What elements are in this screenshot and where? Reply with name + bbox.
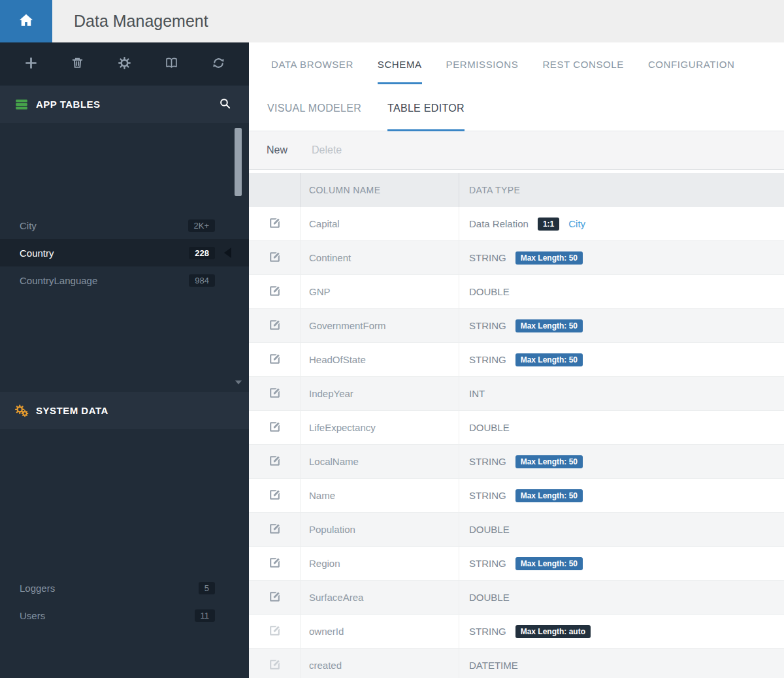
column-name-cell: GovernmentForm xyxy=(301,309,459,342)
table-row: ownerIdSTRINGMax Length: auto xyxy=(249,615,784,649)
sidebar-item-loggers[interactable]: Loggers5 xyxy=(0,574,249,602)
home-icon xyxy=(18,12,35,31)
edit-column-button[interactable] xyxy=(265,385,284,403)
column-name-cell: Population xyxy=(301,513,459,546)
system-data-list: Loggers5Users11 xyxy=(0,429,249,678)
table-row: ContinentSTRINGMax Length: 50 xyxy=(249,241,784,275)
data-type-label: STRING xyxy=(469,626,506,637)
tab-data-browser[interactable]: DATA BROWSER xyxy=(271,42,353,86)
settings-button[interactable] xyxy=(114,53,136,75)
edit-column-button[interactable] xyxy=(265,487,284,505)
edit-icon xyxy=(268,420,282,436)
tab-configuration[interactable]: CONFIGURATION xyxy=(648,42,735,86)
tab-schema[interactable]: SCHEMA xyxy=(378,42,422,86)
app-tables-list: City2K+Country228CountryLanguage984 xyxy=(0,123,249,392)
edit-column-button[interactable] xyxy=(265,589,284,607)
edit-column-button xyxy=(265,622,284,641)
data-type-label: STRING xyxy=(469,490,506,501)
search-button[interactable] xyxy=(215,95,235,114)
edit-column-button[interactable] xyxy=(265,453,284,471)
data-type-label: STRING xyxy=(469,558,506,569)
trash-icon xyxy=(71,56,84,72)
record-count-badge: 984 xyxy=(189,274,215,287)
related-table-link[interactable]: City xyxy=(568,218,585,229)
docs-button[interactable] xyxy=(160,53,182,75)
max-length-badge: Max Length: 50 xyxy=(515,455,583,468)
data-type-cell: STRINGMax Length: 50 xyxy=(459,547,784,580)
data-type-label: DOUBLE xyxy=(469,592,510,603)
edit-column-button[interactable] xyxy=(265,249,284,267)
column-name-cell: GNP xyxy=(301,275,459,308)
table-editor-toolbar: New Delete xyxy=(249,131,784,170)
app-tables-header: APP TABLES xyxy=(0,86,249,123)
system-data-label: SYSTEM DATA xyxy=(36,405,108,416)
data-type-label: STRING xyxy=(469,354,506,365)
home-button[interactable] xyxy=(0,0,52,42)
schema-table-header: COLUMN NAME DATA TYPE xyxy=(249,173,784,207)
subtab-visual-modeler[interactable]: VISUAL MODELER xyxy=(267,86,361,131)
data-type-cell: STRINGMax Length: 50 xyxy=(459,343,784,376)
tab-rest-console[interactable]: REST CONSOLE xyxy=(542,42,623,86)
gear-icon xyxy=(118,56,131,72)
edit-column-button[interactable] xyxy=(265,317,284,335)
relation-cardinality-badge: 1:1 xyxy=(538,218,559,231)
max-length-badge: Max Length: 50 xyxy=(515,557,583,570)
delete-table-button[interactable] xyxy=(67,53,89,75)
edit-cell xyxy=(249,309,301,342)
record-count-badge: 2K+ xyxy=(188,219,216,232)
data-type-header: DATA TYPE xyxy=(459,173,784,207)
data-type-label: INT xyxy=(469,388,485,399)
edit-icon xyxy=(268,590,282,605)
schema-sub-tabs: VISUAL MODELERTABLE EDITOR xyxy=(249,86,784,131)
max-length-badge: Max Length: 50 xyxy=(515,489,583,502)
add-button[interactable] xyxy=(20,53,42,75)
data-type-cell: DOUBLE xyxy=(459,513,784,546)
page-title: Data Management xyxy=(74,12,208,31)
data-type-label: STRING xyxy=(469,252,506,263)
sidebar-item-country[interactable]: Country228 xyxy=(0,239,249,266)
sidebar-item-city[interactable]: City2K+ xyxy=(0,212,249,239)
column-name-cell: created xyxy=(301,649,459,678)
edit-cell xyxy=(249,445,301,478)
refresh-button[interactable] xyxy=(207,53,229,75)
table-row: GNPDOUBLE xyxy=(249,275,784,309)
record-count-badge: 228 xyxy=(189,247,215,259)
data-type-label: Data Relation xyxy=(469,218,529,229)
edit-cell xyxy=(249,581,301,614)
table-row: IndepYearINT xyxy=(249,377,784,411)
max-length-badge: Max Length: auto xyxy=(515,625,591,638)
edit-cell xyxy=(249,615,301,648)
table-row: PopulationDOUBLE xyxy=(249,513,784,547)
data-type-cell: DOUBLE xyxy=(459,581,784,614)
edit-column-button[interactable] xyxy=(265,419,284,437)
scroll-down-button[interactable] xyxy=(234,378,242,387)
table-icon xyxy=(14,97,29,112)
table-row: SurfaceAreaDOUBLE xyxy=(249,581,784,615)
edit-cell xyxy=(249,275,301,308)
book-icon xyxy=(165,56,178,72)
delete-column-button[interactable]: Delete xyxy=(312,144,342,156)
edit-column-button[interactable] xyxy=(265,283,284,301)
data-type-cell: DATETIME xyxy=(459,649,784,678)
new-column-button[interactable]: New xyxy=(267,144,287,156)
edit-icon xyxy=(268,386,282,402)
scrollbar-thumb[interactable] xyxy=(235,128,242,196)
max-length-badge: Max Length: 50 xyxy=(515,353,583,366)
table-row: LocalNameSTRINGMax Length: 50 xyxy=(249,445,784,479)
edit-icon xyxy=(268,488,282,504)
subtab-table-editor[interactable]: TABLE EDITOR xyxy=(387,86,465,131)
data-type-label: DOUBLE xyxy=(469,422,510,433)
edit-cell xyxy=(249,207,301,240)
table-name: Users xyxy=(20,610,45,621)
max-length-badge: Max Length: 50 xyxy=(515,251,583,265)
sidebar-item-countrylanguage[interactable]: CountryLanguage984 xyxy=(0,266,249,294)
column-name-cell: SurfaceArea xyxy=(301,581,459,614)
table-name: Country xyxy=(20,248,54,259)
sidebar-item-users[interactable]: Users11 xyxy=(0,602,249,629)
data-type-cell: STRINGMax Length: 50 xyxy=(459,241,784,274)
edit-column-button[interactable] xyxy=(265,215,284,233)
edit-column-button[interactable] xyxy=(265,351,284,369)
edit-column-button[interactable] xyxy=(265,521,284,539)
edit-column-button[interactable] xyxy=(265,555,284,573)
tab-permissions[interactable]: PERMISSIONS xyxy=(446,42,519,86)
